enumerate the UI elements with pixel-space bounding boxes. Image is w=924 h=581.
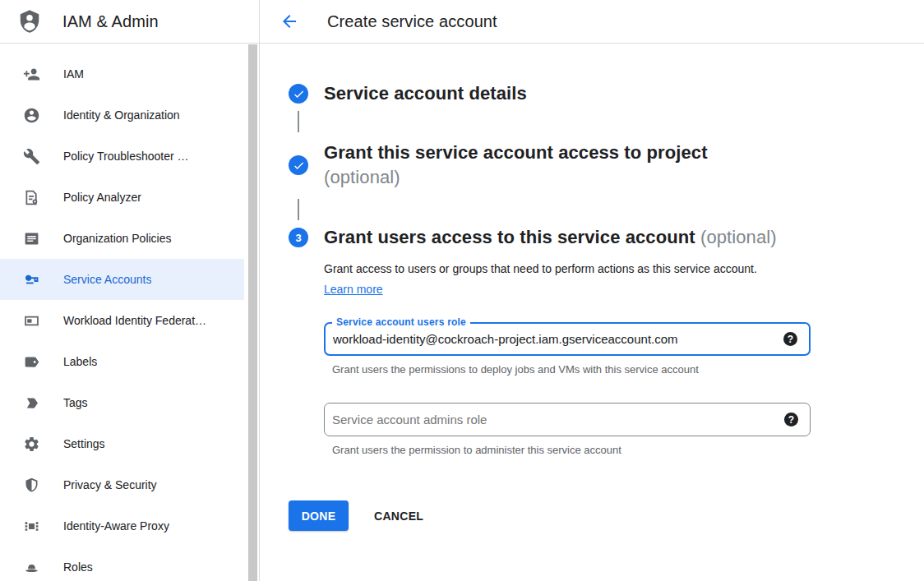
sidebar-item-label: Policy Troubleshooter … [63,150,189,163]
org-policies-icon [21,228,41,248]
identity-icon [21,105,41,125]
sidebar-nav: IAM Identity & Organization Policy Troub… [0,53,259,581]
cancel-button[interactable]: CANCEL [374,510,423,523]
service-account-users-role-field: Service account users role ? [324,322,811,356]
hat-icon [21,557,41,577]
sidebar-item-tags[interactable]: Tags [0,382,244,423]
step-optional-label: (optional) [324,165,708,190]
service-account-admins-role-input[interactable] [325,413,784,427]
shield-half-icon [21,475,41,495]
sidebar-item-organization-policies[interactable]: Organization Policies [0,218,244,259]
sidebar-item-label: Service Accounts [63,273,151,286]
step-number-badge: 3 [289,228,308,247]
done-button[interactable]: DONE [289,500,349,531]
sidebar-item-label: Tags [63,396,88,409]
back-arrow-icon[interactable] [280,12,299,31]
step-optional-label: (optional) [700,227,777,247]
sidebar-item-labels[interactable]: Labels [0,341,244,382]
step-complete-check-icon [289,84,308,104]
sidebar-item-label: Organization Policies [63,232,172,245]
create-service-account-form: Service account details Grant this servi… [260,44,924,531]
policy-analyzer-icon [21,187,41,207]
sidebar-item-policy-troubleshooter[interactable]: Policy Troubleshooter … [0,136,244,177]
step-connector [298,199,299,220]
form-actions: DONE CANCEL [289,500,924,531]
wrench-icon [21,146,41,166]
sidebar-item-privacy-security[interactable]: Privacy & Security [0,464,244,505]
sidebar-item-workload-identity-federation[interactable]: Workload Identity Federat… [0,300,244,341]
page-title: Create service account [327,12,497,31]
step-complete-check-icon [289,155,308,175]
sidebar-item-label: Settings [63,437,105,450]
sidebar: IAM & Admin IAM Identity & Organization … [0,0,260,581]
gear-icon [21,434,41,454]
learn-more-link[interactable]: Learn more [324,283,383,296]
sidebar-item-label: Policy Analyzer [63,191,141,204]
service-account-admins-role-field: ? [324,403,811,436]
step-title: Grant this service account access to pro… [324,142,708,163]
step-title: Service account details [324,81,527,106]
service-account-users-role-input[interactable] [326,332,783,346]
step-service-account-details: Service account details [289,81,924,106]
sidebar-item-iam[interactable]: IAM [0,53,244,95]
step-grant-users-access: 3 Grant users access to this service acc… [289,225,924,250]
workload-identity-icon [21,311,41,330]
product-title: IAM & Admin [62,12,159,31]
step-title: Grant users access to this service accou… [324,227,695,247]
sidebar-item-label: Roles [63,560,93,574]
sidebar-item-label: Workload Identity Federat… [63,314,206,327]
sidebar-item-label: Labels [63,355,97,368]
sidebar-item-identity-organization[interactable]: Identity & Organization [0,95,244,136]
sidebar-item-identity-aware-proxy[interactable]: Identity-Aware Proxy [0,505,244,546]
field-helper-text: Grant users the permission to administer… [332,444,924,456]
app-window: IAM & Admin IAM Identity & Organization … [0,0,924,581]
service-accounts-icon [21,270,41,289]
iam-admin-shield-icon [17,8,42,35]
sidebar-item-policy-analyzer[interactable]: Policy Analyzer [0,177,244,218]
sidebar-item-label: IAM [63,67,84,81]
proxy-icon [21,516,41,536]
field-label: Service account users role [332,316,470,328]
label-icon [21,352,41,371]
main-panel: Create service account Service account d… [260,0,924,581]
sidebar-item-service-accounts[interactable]: Service Accounts [0,259,244,300]
step-description: Grant access to users or groups that nee… [324,259,783,300]
sidebar-item-roles[interactable]: Roles [0,546,244,581]
page-header: Create service account [260,0,924,44]
step-connector [298,111,299,132]
help-icon[interactable]: ? [783,332,797,346]
person-add-icon [21,64,41,84]
sidebar-item-settings[interactable]: Settings [0,423,244,464]
sidebar-item-label: Identity & Organization [63,108,180,122]
sidebar-scrollbar[interactable] [248,44,257,581]
sidebar-item-label: Privacy & Security [63,478,157,491]
help-icon[interactable]: ? [784,413,798,427]
sidebar-item-label: Identity-Aware Proxy [63,519,169,533]
sidebar-header: IAM & Admin [0,0,259,44]
step-grant-access-to-project: Grant this service account access to pro… [289,141,924,190]
field-helper-text: Grant users the permissions to deploy jo… [332,363,924,376]
tag-icon [21,393,41,413]
